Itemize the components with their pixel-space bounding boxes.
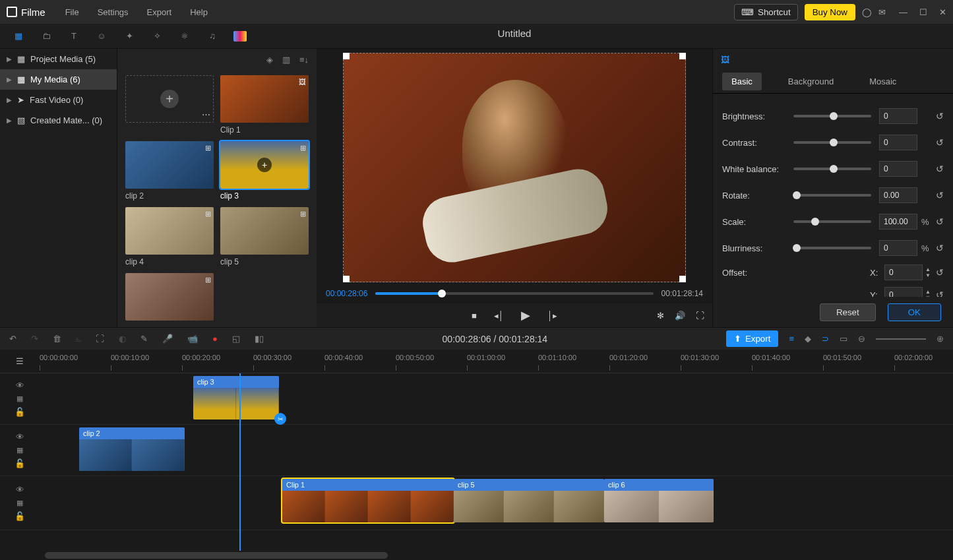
sidebar-item-my-media[interactable]: ▶ ▦ My Media (6) (0, 69, 117, 90)
media-tab-icon[interactable]: ▦ (12, 30, 25, 43)
color-icon[interactable] (233, 30, 247, 43)
zoom-in-icon[interactable]: ⊕ (937, 334, 944, 344)
text-icon[interactable]: T (67, 30, 80, 43)
magnet-icon[interactable]: ⊃ (822, 334, 829, 344)
mic-icon[interactable]: 🎤 (162, 334, 173, 344)
lock-icon[interactable]: 🔓 (15, 407, 25, 417)
minimize-icon[interactable]: — (899, 7, 907, 17)
input-offset-x[interactable] (884, 264, 923, 280)
slider-blurriness[interactable] (793, 247, 871, 249)
input-rotate[interactable] (879, 187, 917, 203)
crop-icon[interactable]: ⛶ (96, 334, 104, 344)
lock-icon[interactable]: 🔓 (15, 458, 25, 468)
menu-file[interactable]: File (65, 7, 79, 17)
add-media-button[interactable]: +⋯ (125, 75, 214, 123)
layers-icon[interactable]: ◈ (266, 55, 273, 65)
shortcut-button[interactable]: ⌨ Shortcut (734, 4, 798, 20)
reset-icon[interactable]: ↺ (936, 290, 944, 297)
buy-now-button[interactable]: Buy Now (805, 4, 855, 20)
sidebar-item-created-materials[interactable]: ▶ ▧ Created Mate... (0) (0, 110, 117, 131)
input-brightness[interactable] (879, 108, 917, 124)
effects-icon[interactable]: ✦ (123, 30, 136, 43)
folder-icon[interactable]: 🗀 (40, 30, 53, 43)
add-to-timeline-icon[interactable]: + (257, 158, 272, 172)
prev-frame-button[interactable]: ◂│ (494, 311, 504, 321)
ok-button[interactable]: OK (888, 303, 941, 321)
playhead[interactable] (239, 373, 241, 551)
sidebar-item-project-media[interactable]: ▶ ▦ Project Media (5) (0, 49, 117, 69)
fullscreen-icon[interactable]: ⛶ (696, 311, 704, 321)
timeline-clip[interactable]: clip 5 (454, 479, 604, 522)
play-button[interactable]: ▶ (521, 308, 530, 323)
record-icon[interactable]: ● (212, 334, 218, 344)
menu-help[interactable]: Help (190, 7, 208, 17)
media-clip[interactable]: ⊞+clip 3 (220, 141, 309, 201)
marker-icon[interactable]: ◆ (805, 334, 811, 344)
reset-icon[interactable]: ↺ (936, 267, 944, 278)
sidebar-item-fast-video[interactable]: ▶ ➤ Fast Video (0) (0, 90, 117, 110)
slider-scale[interactable] (793, 220, 871, 223)
preview-canvas[interactable] (343, 53, 686, 282)
tab-mosaic[interactable]: Mosaic (860, 73, 906, 90)
timeline-clip[interactable]: clip 3 (193, 376, 279, 420)
split-icon[interactable]: ⎁ (76, 334, 81, 344)
account-icon[interactable]: ◯ (862, 7, 872, 17)
elements-icon[interactable]: ⚛ (178, 30, 191, 43)
volume-icon[interactable]: 🔊 (675, 311, 685, 321)
grid-view-icon[interactable]: ▥ (282, 55, 290, 65)
transitions-icon[interactable]: ✧ (150, 30, 164, 43)
more-icon[interactable]: ⋯ (202, 109, 210, 119)
slider-rotate[interactable] (793, 194, 871, 197)
slider-contrast[interactable] (793, 141, 871, 144)
pip-icon[interactable]: ◱ (232, 334, 240, 344)
lock-icon[interactable]: 🔓 (15, 511, 25, 521)
align-icon[interactable]: ≡ (789, 334, 794, 344)
reset-button[interactable]: Reset (820, 303, 876, 321)
media-clip[interactable]: ⊞clip 5 (220, 207, 309, 266)
reset-icon[interactable]: ↺ (936, 137, 944, 148)
media-clip[interactable]: ⊞clip 2 (125, 141, 214, 201)
mirror-icon[interactable]: ▮▯ (255, 334, 264, 344)
scrubber[interactable] (375, 292, 653, 295)
menu-export[interactable]: Export (147, 7, 172, 17)
timeline-clip[interactable]: Clip 1 (282, 479, 454, 522)
eye-icon[interactable]: 👁 (16, 485, 24, 495)
speed-icon[interactable]: ◐ (119, 334, 126, 344)
next-frame-button[interactable]: │▸ (547, 311, 557, 321)
media-clip[interactable]: ⊞ (125, 273, 214, 323)
menu-settings[interactable]: Settings (98, 7, 129, 17)
eye-icon[interactable]: 👁 (16, 432, 24, 442)
media-clip[interactable]: ⊞clip 4 (125, 207, 214, 266)
reset-icon[interactable]: ↺ (936, 190, 944, 201)
tab-basic[interactable]: Basic (722, 73, 762, 90)
close-icon[interactable]: ✕ (939, 7, 946, 17)
input-contrast[interactable] (879, 135, 917, 150)
zoom-out-icon[interactable]: ⊖ (858, 334, 865, 344)
horizontal-scrollbar[interactable] (0, 551, 953, 560)
redo-icon[interactable]: ↷ (31, 334, 38, 344)
input-scale[interactable] (879, 214, 917, 230)
reset-icon[interactable]: ↺ (936, 216, 944, 227)
mail-icon[interactable]: ✉ (878, 7, 886, 17)
color-edit-icon[interactable]: ✎ (140, 334, 148, 344)
settings-icon[interactable]: ✻ (657, 311, 664, 321)
reset-icon[interactable]: ↺ (936, 243, 944, 253)
reset-icon[interactable]: ↺ (936, 164, 944, 174)
audio-icon[interactable]: ♫ (206, 30, 219, 43)
hamburger-icon[interactable]: ☰ (16, 356, 24, 366)
input-blurriness[interactable] (879, 240, 917, 256)
zoom-slider[interactable] (876, 338, 926, 340)
scale-icon[interactable]: ▭ (840, 334, 847, 344)
export-button[interactable]: ⬆ Export (726, 330, 779, 347)
camera-icon[interactable]: 📹 (187, 334, 198, 344)
slider-brightness[interactable] (793, 115, 871, 117)
timeline-clip[interactable]: clip 6 (604, 479, 714, 522)
sticker-icon[interactable]: ☺ (95, 30, 108, 43)
eye-icon[interactable]: 👁 (16, 381, 24, 390)
timeline-clip[interactable]: clip 2 (79, 427, 185, 471)
reset-icon[interactable]: ↺ (936, 111, 944, 121)
media-clip[interactable]: 🖼Clip 1 (220, 75, 309, 135)
tab-background[interactable]: Background (779, 73, 843, 90)
scissors-icon[interactable]: ✂ (274, 413, 286, 425)
stop-button[interactable]: ■ (472, 311, 477, 321)
